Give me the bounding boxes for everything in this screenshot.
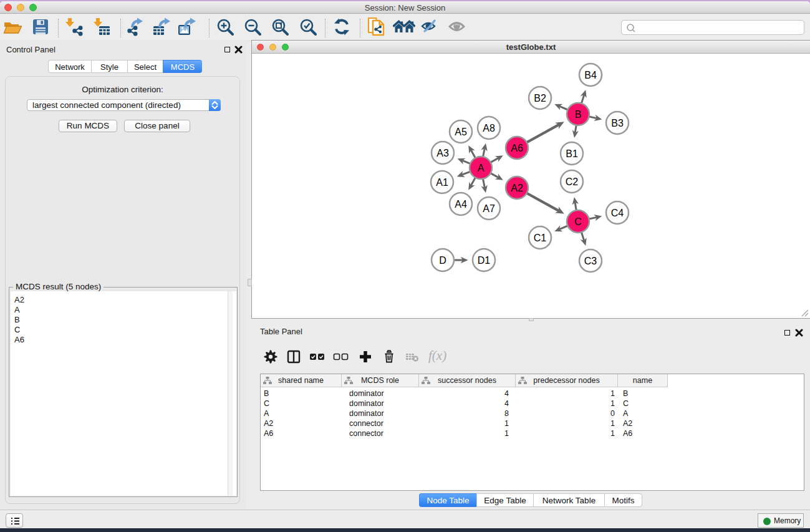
svg-text:A8: A8 <box>483 123 495 133</box>
svg-text:B4: B4 <box>584 70 597 80</box>
svg-text:C4: C4 <box>611 208 624 218</box>
svg-text:A4: A4 <box>455 199 467 210</box>
svg-text:D: D <box>439 255 446 266</box>
svg-text:B: B <box>575 109 582 120</box>
svg-text:A7: A7 <box>483 203 495 214</box>
svg-text:A6: A6 <box>511 143 523 153</box>
svg-text:C1: C1 <box>534 233 547 243</box>
svg-text:A2: A2 <box>511 183 523 193</box>
svg-text:D1: D1 <box>478 255 491 266</box>
svg-text:C2: C2 <box>566 177 579 187</box>
svg-text:A1: A1 <box>436 177 448 188</box>
svg-text:B3: B3 <box>611 118 624 128</box>
svg-text:B2: B2 <box>534 93 546 104</box>
svg-text:A3: A3 <box>436 148 449 158</box>
svg-text:C: C <box>574 216 582 227</box>
svg-text:C3: C3 <box>584 256 597 266</box>
svg-text:A: A <box>478 163 485 173</box>
svg-text:A5: A5 <box>455 127 467 137</box>
svg-text:B1: B1 <box>566 148 578 159</box>
